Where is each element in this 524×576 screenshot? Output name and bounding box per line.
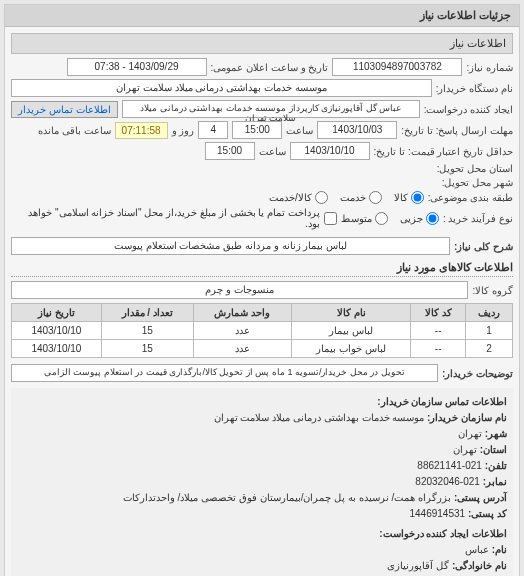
table-row[interactable]: 1 -- لباس بیمار عدد 15 1403/10/10 — [12, 322, 513, 340]
days-field: 4 — [198, 121, 228, 139]
col-code: کد کالا — [411, 304, 465, 322]
col-qty: تعداد / مقدار — [101, 304, 193, 322]
cell-unit: عدد — [193, 322, 291, 340]
cell-name: لباس بیمار — [292, 322, 411, 340]
radio-khadamat-input[interactable] — [369, 191, 382, 204]
contact-province-label: استان: — [480, 444, 507, 455]
contact-section1-title: اطلاعات تماس سازمان خریدار: — [17, 394, 507, 410]
contact-name-label: نام: — [492, 544, 507, 555]
countdown-timer: 07:11:58 — [115, 122, 168, 139]
contact-name: عباس — [465, 544, 489, 555]
response-deadline-label: مهلت ارسال پاسخ: تا تاریخ: — [401, 125, 513, 136]
col-unit: واحد شمارش — [193, 304, 291, 322]
buyer-notes-label: توضیحات خریدار: — [442, 368, 513, 379]
validity-time-field: 15:00 — [205, 142, 255, 160]
radio-motavaset[interactable]: متوسط — [341, 212, 388, 225]
radio-motavaset-label: متوسط — [341, 213, 372, 224]
contact-org: موسسه خدمات بهداشتی درمانی میلاد سلامت ت… — [214, 412, 425, 423]
main-panel: جزئیات اطلاعات نیاز اطلاعات نیاز شماره ن… — [4, 4, 520, 576]
cell-unit: عدد — [193, 340, 291, 358]
treasury-checkbox[interactable] — [324, 212, 337, 225]
time-label-1: ساعت — [286, 125, 313, 136]
time-label-2: ساعت — [259, 146, 286, 157]
contact-addr: بزرگراه همت/ نرسیده به پل چمران/بیمارستا… — [123, 492, 451, 503]
contact-postcode: 1446914531 — [409, 508, 465, 519]
radio-kala-khadamat-label: کالا/خدمت — [269, 192, 312, 203]
contact-lastname-label: نام خانوادگی: — [452, 560, 507, 571]
tab-info[interactable]: اطلاعات نیاز — [11, 33, 513, 54]
creator-field: عباس گل آقاپورنیازی کارپرداز موسسه خدمات… — [122, 100, 420, 118]
contact-org-label: نام سازمان خریدار: — [427, 412, 507, 423]
radio-khadamat-label: خدمت — [340, 192, 366, 203]
contact-info-block: اطلاعات تماس سازمان خریدار: نام سازمان خ… — [11, 388, 513, 576]
org-name-field: موسسه خدمات بهداشتی درمانی میلاد سلامت ت… — [11, 79, 432, 97]
radio-jozi-input[interactable] — [426, 212, 439, 225]
contact-phone-label: تلفن: — [485, 460, 507, 471]
contact-addr-label: آدرس پستی: — [454, 492, 507, 503]
response-time-field: 15:00 — [232, 121, 282, 139]
request-no-field: 1103094897003782 — [332, 58, 462, 76]
panel-header: جزئیات اطلاعات نیاز — [5, 5, 519, 27]
radio-khadamat[interactable]: خدمت — [340, 191, 382, 204]
cell-date: 1403/10/10 — [12, 322, 102, 340]
cell-idx: 2 — [465, 340, 512, 358]
cell-code: -- — [411, 340, 465, 358]
goods-section-title: اطلاعات کالاهای مورد نیاز — [11, 261, 513, 277]
days-label: روز و — [172, 125, 195, 136]
creator-label: ایجاد کننده درخواست: — [424, 104, 513, 115]
request-no-label: شماره نیاز: — [466, 62, 513, 73]
radio-kala-khadamat[interactable]: کالا/خدمت — [269, 191, 328, 204]
goods-table: ردیف کد کالا نام کالا واحد شمارش تعداد /… — [11, 303, 513, 358]
contact-phone: 021-88621141 — [417, 460, 482, 471]
cell-qty: 15 — [101, 322, 193, 340]
delivery-city-label: شهر محل تحویل: — [442, 177, 513, 188]
purchase-type-radio-group: جزیی متوسط — [341, 212, 439, 225]
radio-kala-khadamat-input[interactable] — [315, 191, 328, 204]
col-date: تاریخ نیاز — [12, 304, 102, 322]
radio-jozi-label: جزیی — [400, 213, 423, 224]
contact-postcode-label: کد پستی: — [468, 508, 507, 519]
table-row[interactable]: 2 -- لباس خواب بیمار عدد 15 1403/10/10 — [12, 340, 513, 358]
contact-info-button[interactable]: اطلاعات تماس خریدار — [11, 101, 118, 118]
contact-section2-title: اطلاعات ایجاد کننده درخواست: — [17, 526, 507, 542]
group-label: طبقه بندی موضوعی: — [428, 192, 513, 203]
category-radio-group: کالا خدمت کالا/خدمت — [269, 191, 424, 204]
cell-idx: 1 — [465, 322, 512, 340]
validity-label: حداقل تاریخ اعتبار قیمت: تا تاریخ: — [374, 146, 513, 157]
goods-group-label: گروه کالا: — [472, 285, 513, 296]
radio-kala[interactable]: کالا — [394, 191, 424, 204]
org-name-label: نام دستگاه خریدار: — [436, 83, 513, 94]
buyer-notes-field: تحویل در محل خریدار/تسویه 1 ماه پس از تح… — [11, 364, 438, 382]
treasury-note: پرداخت تمام یا بخشی از مبلغ خرید،از محل … — [11, 207, 320, 229]
public-datetime-field: 1403/09/29 - 07:38 — [67, 58, 207, 76]
public-datetime-label: تاریخ و ساعت اعلان عمومی: — [211, 62, 329, 73]
col-row: ردیف — [465, 304, 512, 322]
cell-qty: 15 — [101, 340, 193, 358]
delivery-province-label: استان محل تحویل: — [437, 163, 513, 174]
purchase-type-label: نوع فرآیند خرید : — [443, 213, 513, 224]
radio-motavaset-input[interactable] — [375, 212, 388, 225]
desc-field: لباس بیمار زنانه و مردانه طبق مشخصات است… — [11, 237, 450, 255]
validity-date-field: 1403/10/10 — [290, 142, 370, 160]
remain-label: ساعت باقی مانده — [38, 125, 111, 136]
cell-name: لباس خواب بیمار — [292, 340, 411, 358]
contact-province: تهران — [453, 444, 477, 455]
radio-jozi[interactable]: جزیی — [400, 212, 439, 225]
contact-city-label: شهر: — [485, 428, 507, 439]
radio-kala-input[interactable] — [411, 191, 424, 204]
contact-lastname: گل آقاپورنیازی — [387, 560, 449, 571]
contact-city: تهران — [458, 428, 482, 439]
radio-kala-label: کالا — [394, 192, 408, 203]
contact-fax: 021-82032046 — [415, 476, 480, 487]
cell-code: -- — [411, 322, 465, 340]
col-name: نام کالا — [292, 304, 411, 322]
desc-label: شرح کلی نیاز: — [454, 241, 513, 252]
goods-group-field: منسوجات و چرم — [11, 281, 468, 299]
response-date-field: 1403/10/03 — [317, 121, 397, 139]
cell-date: 1403/10/10 — [12, 340, 102, 358]
contact-fax-label: نمابر: — [483, 476, 507, 487]
